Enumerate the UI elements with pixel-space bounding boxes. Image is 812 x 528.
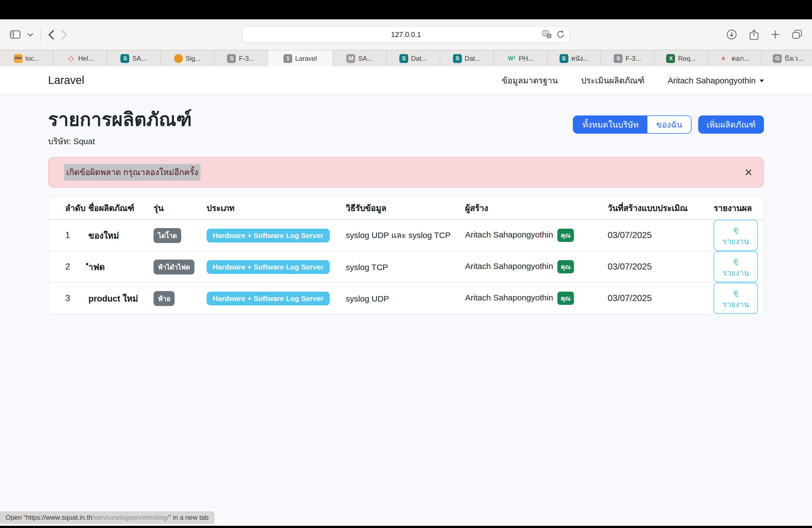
tab-label: ตอก... — [731, 53, 750, 63]
tab-label: Dat... — [465, 54, 480, 62]
sharepoint-favicon: S — [400, 54, 408, 63]
back-button[interactable] — [48, 30, 54, 40]
reload-button[interactable] — [557, 30, 565, 39]
header-actions: ทั้งหมดในบริษัท ของฉัน เพิ่มผลิตภัณฑ์ — [573, 115, 764, 134]
link-preview-status-bar: Open “https://www.squat.in.th/services/l… — [0, 511, 214, 524]
header-report: รายงานผล — [714, 197, 764, 220]
browser-tab[interactable]: PMA loc... — [0, 50, 54, 66]
cell-product-name: ำฟด — [88, 251, 154, 283]
browser-tab[interactable]: S Dat... — [440, 50, 494, 66]
reload-icon — [557, 30, 565, 39]
toolbar-right-group — [726, 29, 802, 40]
view-report-button[interactable]: ดูรายงาน — [714, 252, 758, 282]
cell-report: ดูรายงาน — [714, 251, 764, 283]
you-badge: คุณ — [557, 260, 574, 274]
header-model: รุ่น — [154, 197, 207, 220]
browser-tab[interactable]: « ตอก... — [708, 50, 762, 66]
browser-tab[interactable]: S Dat... — [387, 50, 440, 66]
sharepoint-favicon: S — [121, 54, 130, 63]
cell-model: ไดไ้าด — [154, 220, 207, 251]
view-report-button[interactable]: ดูรายงาน — [714, 283, 758, 314]
header-created-date: วันที่สร้างแบบประเมิณ — [608, 197, 714, 220]
sidebar-chevron-button[interactable] — [28, 33, 33, 36]
browser-tab[interactable]: S F-3... — [601, 50, 655, 66]
cell-order: 1 — [48, 220, 88, 251]
browser-tab[interactable]: S หนัง... — [547, 50, 601, 66]
cell-report: ดูรายงาน — [714, 283, 764, 314]
browser-tab[interactable]: S SA... — [107, 50, 161, 66]
cell-product-name: product ใหม่ — [88, 283, 154, 314]
filter-all-button[interactable]: ทั้งหมดในบริษัท — [574, 116, 648, 133]
cell-model: ฟำอ — [154, 283, 207, 314]
address-bar[interactable]: 127.0.0.1 A 文 — [242, 26, 570, 43]
browser-tab[interactable]: 1 Laravel — [268, 50, 333, 66]
forward-button[interactable] — [61, 30, 68, 40]
model-badge: ฟำอ — [154, 291, 175, 306]
gray-m-favicon: M — [347, 54, 356, 63]
alert-close-button[interactable]: × — [744, 166, 752, 179]
add-product-button[interactable]: เพิ่มผลิตภัณฑ์ — [698, 115, 764, 134]
cell-type: Hardware + Software Log Server — [207, 220, 346, 251]
table-row: 2 ำฟด ฟำไดำไฟด Hardware + Software Log S… — [48, 251, 764, 283]
nav-links: ข้อมูลมาตรฐาน ประเมินผลิตภัณฑ์ Aritach S… — [502, 74, 764, 87]
table-row: 3 product ใหม่ ฟำอ Hardware + Software L… — [48, 283, 764, 314]
nav-link-evaluate-product[interactable]: ประเมินผลิตภัณฑ์ — [581, 74, 644, 87]
translate-button[interactable]: A 文 — [542, 30, 552, 39]
user-menu[interactable]: Aritach Sahapongyothin — [668, 76, 764, 85]
downloads-button[interactable] — [726, 29, 737, 40]
browser-tab[interactable]: ◇ Hel... — [54, 50, 107, 66]
tab-label: หนัง... — [571, 53, 589, 63]
page-title: รายการผลิตภัณฑ์ — [48, 108, 192, 131]
title-block: รายการผลิตภัณฑ์ บริษัท: Squat — [48, 108, 192, 148]
share-button[interactable] — [750, 29, 758, 40]
toolbar-left-group — [10, 27, 68, 42]
translate-icon: A 文 — [542, 30, 552, 39]
browser-tab[interactable]: W³ PH... — [494, 50, 547, 66]
sharepoint-favicon: S — [559, 54, 568, 63]
brand-link[interactable]: Laravel — [48, 74, 84, 87]
chevron-down-icon — [28, 33, 33, 36]
tab-label: Dat... — [411, 54, 427, 62]
status-host: https://www.squat.in.th — [26, 514, 92, 522]
macos-menubar-strip — [0, 0, 812, 19]
tab-label: Sig... — [186, 54, 201, 62]
gray-s-favicon: S — [227, 54, 236, 63]
toolbar-divider — [40, 27, 41, 42]
status-prefix: Open “ — [5, 514, 26, 522]
tab-overview-button[interactable] — [792, 30, 802, 39]
view-report-button[interactable]: ดูรายงาน — [714, 220, 758, 251]
gray-s-favicon: S — [614, 54, 623, 63]
cell-report: ดูรายงาน — [714, 220, 764, 251]
tab-label: บึงเว... — [785, 53, 804, 63]
laravel-favicon: ◇ — [67, 54, 75, 63]
filter-segmented-control: ทั้งหมดในบริษัท ของฉัน — [573, 115, 692, 134]
cell-method: syslog TCP — [346, 251, 465, 283]
browser-tab[interactable]: X Req... — [655, 50, 708, 66]
header-data-method: วิธีรับข้อมูล — [346, 197, 465, 220]
cell-method: syslog UDP และ syslog TCP — [346, 220, 465, 251]
forward-arrow-icon — [61, 30, 68, 40]
cell-date: 03/07/2025 — [608, 251, 714, 283]
tab-label: F-3... — [626, 54, 641, 62]
browser-tab[interactable]: M SA... — [333, 50, 387, 66]
table-header-row: ลำดับ ชื่อผลิตภัณฑ์ รุ่น ประเภท วิธีรับข… — [48, 197, 764, 220]
browser-tab[interactable]: S F-3... — [214, 50, 268, 66]
creator-name: Aritach Sahapongyothin — [465, 262, 553, 271]
header-product-name: ชื่อผลิตภัณฑ์ — [88, 197, 154, 220]
cell-product-name: ของใหม่ — [88, 220, 154, 251]
nav-link-standard-data[interactable]: ข้อมูลมาตรฐาน — [502, 74, 558, 87]
page-content: รายการผลิตภัณฑ์ บริษัท: Squat ทั้งหมดในบ… — [0, 108, 812, 314]
new-tab-button[interactable] — [771, 30, 779, 39]
sidebar-toggle-button[interactable] — [10, 30, 20, 39]
product-table-card: ลำดับ ชื่อผลิตภัณฑ์ รุ่น ประเภท วิธีรับข… — [48, 196, 764, 314]
filter-mine-button[interactable]: ของฉัน — [648, 116, 691, 133]
download-icon — [726, 29, 737, 40]
you-badge: คุณ — [557, 229, 574, 242]
cell-order: 3 — [48, 283, 88, 314]
caret-down-icon — [759, 79, 764, 82]
excel-favicon: X — [666, 54, 675, 63]
cell-model: ฟำไดำไฟด — [154, 251, 207, 283]
browser-tab[interactable]: Sig... — [161, 50, 214, 66]
browser-tab[interactable]: G บึงเว... — [762, 50, 812, 66]
tab-label: F-3... — [239, 54, 255, 62]
